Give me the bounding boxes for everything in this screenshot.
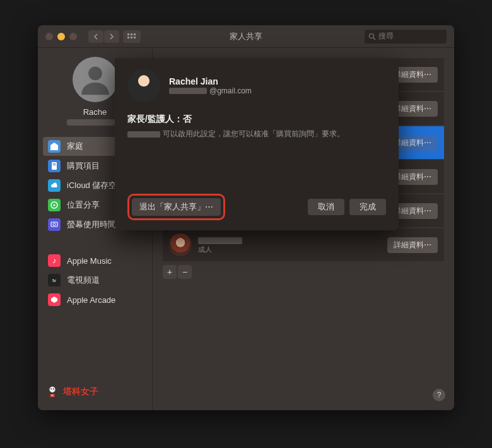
purchase-icon [48,160,61,172]
svg-rect-9 [52,162,57,170]
modal-section-title: 家長/監護人：否 [127,114,386,125]
screentime-icon [48,218,61,231]
svg-rect-2 [134,33,136,35]
grid-view-button[interactable] [123,30,141,43]
grid-icon [127,33,136,40]
window-title: 家人共享 [230,31,262,42]
forward-button[interactable] [104,30,119,43]
svg-point-6 [370,33,374,38]
chevron-right-icon [109,33,114,40]
modal-user-email: @gmail.com [169,86,252,95]
icloud-icon [48,179,61,192]
music-icon: ♪ [48,254,61,267]
svg-point-17 [50,389,52,390]
svg-rect-11 [53,165,56,165]
watermark-icon: 3C [45,385,59,399]
modal-user-info: Rachel Jian @gmail.com [169,69,252,102]
watermark: 3C 塔科女子 [43,382,147,401]
svg-rect-4 [131,37,132,38]
search-placeholder: 搜尋 [378,31,394,42]
remove-member-button[interactable]: − [178,265,192,279]
close-window-button[interactable] [45,33,53,40]
text-redacted [127,131,160,138]
done-button[interactable]: 完成 [349,199,386,215]
nav-buttons [88,30,119,43]
sidebar-item-tv[interactable]: tv 電視頻道 [43,271,147,290]
search-input[interactable]: 搜尋 [365,30,447,44]
list-controls: + − [163,265,444,279]
sidebar-item-label: 家庭 [67,141,83,152]
search-icon [368,33,376,40]
sidebar-item-label: Apple Music [67,256,112,266]
family-icon [48,140,61,153]
titlebar: 家人共享 搜尋 [38,25,454,48]
svg-point-13 [54,204,56,206]
preferences-window: 家人共享 搜尋 Rache 家庭 [38,25,454,410]
sidebar-item-music[interactable]: ♪ Apple Music [43,251,147,270]
cancel-button[interactable]: 取消 [308,199,344,215]
member-detail-button[interactable]: 詳細資料⋯ [387,237,438,253]
svg-point-18 [53,389,54,390]
svg-rect-1 [131,33,132,35]
profile-avatar [73,57,118,102]
svg-point-8 [88,66,102,80]
help-button[interactable]: ? [433,389,445,401]
svg-rect-0 [127,33,129,35]
sidebar-item-arcade[interactable]: Apple Arcade [43,290,147,309]
modal-avatar [127,69,160,102]
minimize-window-button[interactable] [57,33,65,40]
member-avatar-memoji [169,233,192,256]
member-info: 成人 [198,235,381,254]
watermark-text: 塔科女子 [63,386,98,398]
svg-rect-5 [134,37,136,38]
traffic-lights [45,33,77,40]
svg-text:3C: 3C [51,394,54,397]
tv-icon: tv [48,274,61,286]
email-redacted [169,88,207,94]
arcade-icon [48,293,61,306]
modal-user-name: Rachel Jian [169,76,252,86]
back-button[interactable] [88,30,103,43]
modal-header: Rachel Jian @gmail.com [127,69,386,102]
member-row[interactable]: 成人 詳細資料⋯ [163,228,444,261]
zoom-window-button[interactable] [69,33,77,40]
sidebar-item-label: 位置分享 [67,199,100,211]
chevron-left-icon [93,33,98,40]
sidebar-item-label: Apple Arcade [67,295,115,305]
member-role: 成人 [198,245,381,254]
location-icon [48,199,61,211]
sidebar-item-label: 電視頻道 [67,274,100,286]
profile-name: Rache [83,107,107,117]
svg-point-15 [53,223,56,226]
sidebar-item-label: 購買項目 [67,160,100,172]
leave-family-button[interactable]: 退出「家人共享」⋯ [132,198,221,216]
svg-line-7 [373,38,375,40]
add-member-button[interactable]: + [163,265,177,279]
svg-rect-10 [53,163,56,164]
modal-description: 可以啟用此設定，讓您可以核准「購買前詢問」要求。 [127,129,386,139]
sidebar-item-label: 螢幕使用時間 [67,219,116,230]
svg-point-16 [49,387,55,392]
leave-button-highlight: 退出「家人共享」⋯ [127,194,225,220]
person-icon [77,61,114,98]
modal-footer: 退出「家人共享」⋯ 取消 完成 [127,194,386,220]
svg-rect-3 [127,37,129,38]
member-detail-modal: Rachel Jian @gmail.com 家長/監護人：否 可以啟用此設定，… [115,58,399,230]
